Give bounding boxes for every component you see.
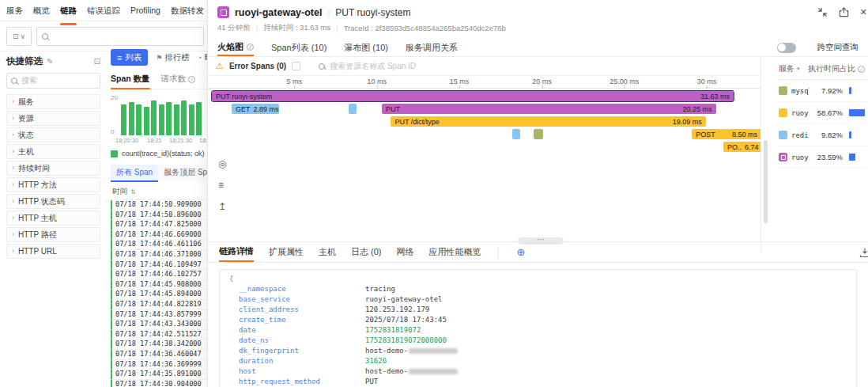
list-item[interactable]: 07/18 17:44:47.825000 <box>111 220 213 230</box>
attribute-row[interactable]: duration31626 <box>229 356 847 366</box>
attribute-value: PUT <box>365 378 378 385</box>
service-row[interactable]: ruoyi-gatew…23.59% <box>779 146 868 169</box>
service-row[interactable]: mysql7.92% <box>779 80 868 102</box>
service-bar-track <box>849 87 868 94</box>
nav-item-traces[interactable]: 链路 <box>60 6 77 21</box>
nav-item-error-tracking[interactable]: 错误追踪 <box>87 6 120 21</box>
panel-resize-handle[interactable]: ⋯ <box>518 237 564 245</box>
flame-span[interactable] <box>512 129 520 139</box>
attribute-row[interactable]: date1752831819072 <box>229 325 847 336</box>
nav-item-profiling[interactable]: Profiling <box>130 6 160 21</box>
flame-span[interactable]: PO..6.74 ms <box>723 142 761 152</box>
attribute-row[interactable]: __namespacetracing <box>229 284 847 294</box>
rank-view-label: 排行榜 <box>164 52 190 63</box>
list-item[interactable]: 07/18 17:44:46.109497 <box>111 260 213 271</box>
tab-all-spans[interactable]: 所有 Span <box>111 165 158 182</box>
tab-flame-graph[interactable]: 火焰图 i <box>217 39 254 56</box>
list-item[interactable]: 07/18 17:44:44.822819 <box>111 300 213 310</box>
add-tab-icon[interactable]: ⊕ <box>516 246 525 258</box>
close-icon[interactable]: ✕ <box>860 7 867 17</box>
locate-icon[interactable]: ◎ <box>218 158 226 169</box>
filter-item-服务[interactable]: ›服务 <box>6 94 100 109</box>
flame-span[interactable]: PUT20.25 ms <box>382 104 716 114</box>
list-view-button[interactable]: ≡ 列表 <box>111 49 148 66</box>
list-item[interactable]: 07/18 17:44:50.909000 <box>111 200 213 211</box>
scroll-top-icon[interactable]: ↥ <box>218 201 226 212</box>
list-item[interactable]: 07/18 17:44:30.904000 <box>111 380 213 387</box>
list-item[interactable]: 07/18 17:44:43.857999 <box>111 310 213 321</box>
list-item[interactable]: 07/18 17:44:35.891000 <box>111 370 213 380</box>
filter-item-HTTP 主机[interactable]: ›HTTP 主机 <box>6 211 100 226</box>
attribute-row[interactable]: hosthost-demo- <box>229 366 847 377</box>
filter-item-HTTP 状态码[interactable]: ›HTTP 状态码 <box>6 194 100 209</box>
flame-span[interactable]: PUT ruoyi-system31.63 ms <box>212 91 734 101</box>
attribute-row[interactable]: create_time2025/07/18 17:43:45 <box>229 315 847 325</box>
tab-span-list[interactable]: Span列表 (10) <box>271 39 326 56</box>
collapse-panel-icon[interactable]: ⊡ <box>94 57 100 66</box>
list-item[interactable]: 07/18 17:44:43.343000 <box>111 320 213 330</box>
tab-waterfall[interactable]: 瀑布图 (10) <box>344 39 388 56</box>
collapse-icon[interactable] <box>817 7 828 17</box>
flame-span[interactable] <box>534 129 544 139</box>
edit-icon[interactable]: ✎ <box>47 57 53 66</box>
nav-item-data-forwarding[interactable]: 数据转发 <box>171 6 204 21</box>
legend-icon[interactable]: ≡ <box>218 180 226 191</box>
attribute-row[interactable]: base_serviceruoyi-gateway-otel <box>229 294 847 305</box>
tab-service-map[interactable]: 服务调用关系 <box>406 39 458 56</box>
flame-span[interactable]: PUT /dict/type19.09 ms <box>391 116 705 127</box>
list-item[interactable]: 07/18 17:44:46.371000 <box>111 250 213 260</box>
flame-span[interactable]: POST8.50 ms <box>692 129 761 139</box>
top-nav: 服务 概览 链路 错误追踪 Profiling 数据转发 <box>0 0 207 21</box>
axis-tick: 10 ms <box>367 78 387 85</box>
list-item[interactable]: 07/18 17:44:36.369999 <box>111 360 213 370</box>
filter-item-HTTP 路径[interactable]: ›HTTP 路径 <box>6 227 100 242</box>
filter-item-资源[interactable]: ›资源 <box>6 111 100 126</box>
filter-search-input[interactable]: 搜索 <box>6 73 100 89</box>
attribute-row[interactable]: date_ns1752831819072000000 <box>229 336 847 346</box>
list-item[interactable]: 07/18 17:44:45.894000 <box>111 290 213 300</box>
service-row[interactable]: ruoyi-syste…58.67% <box>779 102 868 124</box>
list-item[interactable]: 07/18 17:44:38.342000 <box>111 340 213 350</box>
tab-span-count[interactable]: Span 数量 <box>111 74 150 85</box>
error-spans-checkbox[interactable] <box>292 62 300 70</box>
tab-trace-detail[interactable]: 链路详情 <box>219 242 254 262</box>
list-item[interactable]: 07/18 17:44:46.461106 <box>111 240 213 250</box>
global-search-input[interactable] <box>36 27 204 46</box>
attribute-row[interactable]: client_address120.253.192.179 <box>229 305 847 315</box>
sort-icon[interactable]: ⇅ <box>130 188 136 195</box>
flame-span[interactable] <box>349 104 357 114</box>
list-item[interactable]: 07/18 17:44:45.908000 <box>111 280 213 290</box>
tab-request-count[interactable]: 请求数 i <box>161 74 196 85</box>
nav-item-services[interactable]: 服务 <box>6 6 23 21</box>
tab-logs[interactable]: 日志 (0) <box>351 242 382 262</box>
tab-ext-attributes[interactable]: 扩展属性 <box>269 242 304 262</box>
list-item[interactable]: 07/18 17:44:36.460047 <box>111 350 213 360</box>
rank-view-button[interactable]: ⚑ 排行榜 <box>156 52 190 63</box>
tab-network[interactable]: 网络 <box>397 242 414 262</box>
cross-space-toggle[interactable] <box>777 43 796 53</box>
service-column-header[interactable]: 服务 <box>779 63 794 74</box>
tab-perf-overview[interactable]: 应用性能概览 <box>429 242 481 262</box>
filter-item-HTTP URL[interactable]: ›HTTP URL <box>6 244 100 259</box>
list-item[interactable]: 07/18 17:44:46.102757 <box>111 270 213 280</box>
filter-item-持续时间[interactable]: ›持续时间 <box>6 161 100 176</box>
filter-item-HTTP 方法[interactable]: ›HTTP 方法 <box>6 177 100 192</box>
nav-item-overview[interactable]: 概览 <box>33 6 50 21</box>
flame-span[interactable]: GET2.89 ms <box>232 104 279 114</box>
time-column-header[interactable]: 时间 <box>112 187 127 197</box>
tab-host[interactable]: 主机 <box>319 242 336 262</box>
filter-item-主机[interactable]: ›主机 <box>6 144 100 159</box>
download-icon[interactable] <box>859 247 868 258</box>
attribute-row[interactable]: dk_fingerprinthost-demo- <box>229 346 847 356</box>
flame-search-input[interactable]: 搜索资源名称或 Span ID <box>319 61 416 72</box>
filter-item-状态[interactable]: ›状态 <box>6 127 100 142</box>
list-item[interactable]: 07/18 17:44:50.896000 <box>111 211 213 221</box>
flame-scrollbar[interactable] <box>764 140 768 223</box>
attribute-key: __namespace <box>239 284 365 294</box>
list-item[interactable]: 07/18 17:44:46.669000 <box>111 230 213 241</box>
service-row[interactable]: redis9.82% <box>779 124 868 146</box>
attribute-row[interactable]: http_request_methodPUT <box>229 377 847 387</box>
export-icon[interactable] <box>839 7 849 17</box>
query-mode-dropdown[interactable]: ⊡ ∨ <box>6 27 32 46</box>
list-item[interactable]: 07/18 17:44:42.511527 <box>111 330 213 340</box>
